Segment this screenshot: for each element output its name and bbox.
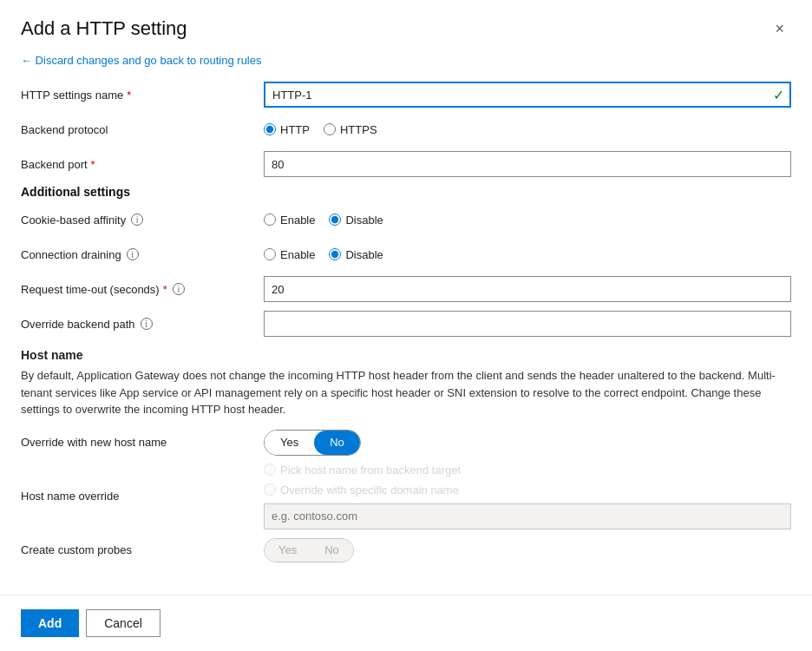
override-backend-path-input[interactable] xyxy=(264,311,791,337)
override-new-host-row: Override with new host name Yes No xyxy=(21,429,791,457)
override-backend-path-row: Override backend path i xyxy=(21,310,791,338)
connection-draining-control: Enable Disable xyxy=(264,248,791,261)
backend-protocol-control: HTTP HTTPS xyxy=(264,123,791,136)
host-name-section-title: Host name xyxy=(21,348,791,362)
create-probes-yes-btn[interactable]: Yes xyxy=(265,539,311,562)
dialog-body: HTTP settings name * ✓ Backend protocol … xyxy=(0,81,812,595)
connection-draining-info-icon[interactable]: i xyxy=(127,248,139,260)
back-link[interactable]: ← Discard changes and go back to routing… xyxy=(21,54,262,67)
host-name-override-row: Host name override Pick host name from b… xyxy=(21,464,791,529)
cookie-disable-label: Disable xyxy=(345,214,383,227)
cookie-affinity-label: Cookie-based affinity i xyxy=(21,214,264,227)
http-settings-name-row: HTTP settings name * ✓ xyxy=(21,81,791,108)
cookie-affinity-control: Enable Disable xyxy=(264,214,791,227)
cookie-affinity-enable-option[interactable]: Enable xyxy=(264,214,315,227)
create-custom-probes-control: Yes No xyxy=(264,538,791,562)
override-new-host-no-btn[interactable]: No xyxy=(314,431,360,455)
additional-settings-title: Additional settings xyxy=(21,185,791,199)
host-name-override-label: Host name override xyxy=(21,490,264,503)
override-backend-path-label: Override backend path i xyxy=(21,318,264,331)
cancel-button[interactable]: Cancel xyxy=(86,609,160,637)
pick-backend-target-label: Pick host name from backend target xyxy=(280,464,461,477)
domain-input[interactable] xyxy=(264,503,791,529)
backend-port-label: Backend port * xyxy=(21,158,264,171)
close-button[interactable]: × xyxy=(768,17,791,40)
override-specific-domain-label: Override with specific domain name xyxy=(280,483,459,496)
override-new-host-toggle: Yes No xyxy=(264,430,361,456)
connection-draining-row: Connection draining i Enable Disable xyxy=(21,240,791,268)
host-name-override-control: Pick host name from backend target Overr… xyxy=(264,464,791,529)
add-button[interactable]: Add xyxy=(21,609,79,637)
protocol-https-option[interactable]: HTTPS xyxy=(324,123,377,136)
override-new-host-label: Override with new host name xyxy=(21,436,264,449)
request-timeout-label: Request time-out (seconds) * i xyxy=(21,283,264,296)
cookie-enable-label: Enable xyxy=(280,214,315,227)
host-name-section: Host name By default, Application Gatewa… xyxy=(21,348,791,418)
connection-draining-label: Connection draining i xyxy=(21,248,264,261)
backend-port-input[interactable] xyxy=(264,151,791,177)
name-valid-checkmark: ✓ xyxy=(773,87,784,103)
draining-enable-option[interactable]: Enable xyxy=(264,248,315,261)
name-input-wrapper: ✓ xyxy=(264,82,791,108)
back-link-container: ← Discard changes and go back to routing… xyxy=(0,49,812,81)
http-settings-name-label: HTTP settings name * xyxy=(21,89,264,102)
http-settings-name-input[interactable] xyxy=(264,82,791,108)
create-custom-probes-toggle: Yes No xyxy=(264,538,354,562)
dialog-header: Add a HTTP setting × xyxy=(0,0,812,49)
cookie-affinity-info-icon[interactable]: i xyxy=(131,214,143,226)
create-custom-probes-label: Create custom probes xyxy=(21,543,264,556)
create-probes-no-btn[interactable]: No xyxy=(311,539,353,562)
request-timeout-info-icon[interactable]: i xyxy=(173,283,185,295)
port-required-indicator: * xyxy=(91,158,95,171)
dialog-footer: Add Cancel xyxy=(0,595,812,651)
protocol-https-label: HTTPS xyxy=(340,123,377,136)
override-new-host-control: Yes No xyxy=(264,430,791,456)
request-timeout-input[interactable] xyxy=(264,276,791,302)
backend-protocol-row: Backend protocol HTTP HTTPS xyxy=(21,115,791,143)
pick-backend-target-option[interactable]: Pick host name from backend target xyxy=(264,464,461,477)
draining-enable-label: Enable xyxy=(280,248,315,261)
draining-disable-label: Disable xyxy=(345,248,383,261)
host-name-description: By default, Application Gateway does not… xyxy=(21,367,791,418)
timeout-required-indicator: * xyxy=(163,283,167,296)
add-http-setting-dialog: Add a HTTP setting × ← Discard changes a… xyxy=(0,0,812,651)
create-custom-probes-row: Create custom probes Yes No xyxy=(21,536,791,564)
backend-port-control xyxy=(264,151,791,177)
override-backend-path-control xyxy=(264,311,791,337)
override-new-host-yes-btn[interactable]: Yes xyxy=(265,431,314,455)
protocol-http-option[interactable]: HTTP xyxy=(264,123,310,136)
override-path-info-icon[interactable]: i xyxy=(141,318,153,330)
backend-port-row: Backend port * xyxy=(21,150,791,178)
request-timeout-control xyxy=(264,276,791,302)
request-timeout-row: Request time-out (seconds) * i xyxy=(21,275,791,303)
protocol-http-label: HTTP xyxy=(280,123,310,136)
backend-protocol-label: Backend protocol xyxy=(21,123,264,136)
override-specific-domain-option[interactable]: Override with specific domain name xyxy=(264,483,459,496)
http-settings-name-control: ✓ xyxy=(264,82,791,108)
required-indicator: * xyxy=(127,89,131,102)
dialog-title: Add a HTTP setting xyxy=(21,17,187,40)
cookie-affinity-disable-option[interactable]: Disable xyxy=(329,214,383,227)
draining-disable-option[interactable]: Disable xyxy=(329,248,383,261)
cookie-affinity-row: Cookie-based affinity i Enable Disable xyxy=(21,206,791,233)
